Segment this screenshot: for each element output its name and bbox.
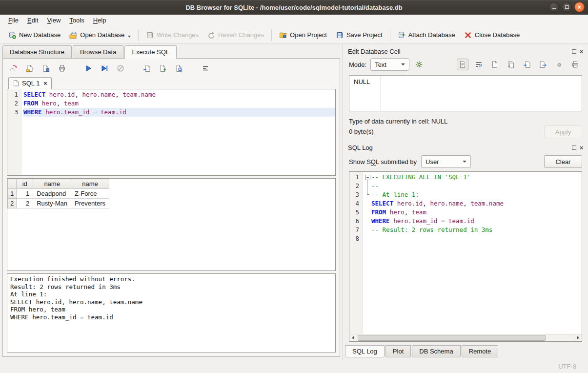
menu-tools[interactable]: Tools xyxy=(65,15,88,26)
text-mode-button[interactable] xyxy=(457,59,468,70)
column-header[interactable]: name xyxy=(71,179,109,189)
export-sql-icon xyxy=(143,64,151,72)
dock-tab-sql-log[interactable]: SQL Log xyxy=(345,345,385,357)
open-tab-button[interactable] xyxy=(9,63,19,73)
print-cell-button[interactable] xyxy=(569,59,581,70)
open-database-label: Open Database xyxy=(80,31,124,39)
submitter-select[interactable]: User xyxy=(421,155,471,168)
fold-line xyxy=(365,234,371,243)
execute-line-button[interactable] xyxy=(100,63,109,73)
fold-collapse-icon[interactable] xyxy=(365,173,371,182)
result-cell[interactable]: 1 xyxy=(17,189,33,199)
maximize-button[interactable] xyxy=(562,2,572,12)
column-header[interactable]: id xyxy=(17,179,33,189)
close-tab-icon[interactable]: × xyxy=(43,80,47,87)
sql-editor[interactable]: 123 SELECT hero.id, hero.name, team.name… xyxy=(7,89,336,176)
attach-database-label: Attach Database xyxy=(408,31,455,39)
open-database-button[interactable]: Open Database xyxy=(65,29,135,41)
open-database-dropdown-icon[interactable] xyxy=(128,36,131,38)
copy-icon xyxy=(507,61,515,68)
write-changes-icon xyxy=(146,31,154,39)
cell-editor-area[interactable] xyxy=(381,76,582,111)
mode-select[interactable]: Text xyxy=(370,58,409,71)
result-cell[interactable]: Deadpond xyxy=(33,189,71,199)
dock-tab-bar: SQL Log Plot DB Schema Remote xyxy=(343,342,588,357)
toolbar-separator xyxy=(271,29,272,41)
open-sql-file-button[interactable] xyxy=(25,63,35,73)
attach-database-button[interactable]: Attach Database xyxy=(393,29,460,41)
auto-switch-mode-button[interactable] xyxy=(413,59,425,70)
import-cell-button[interactable] xyxy=(521,59,533,70)
export-cell-button[interactable] xyxy=(537,59,549,70)
menu-view[interactable]: View xyxy=(42,15,65,26)
submitter-select-value: User xyxy=(426,158,439,166)
row-header[interactable]: 1 xyxy=(8,189,17,199)
find-replace-button[interactable] xyxy=(174,63,184,73)
close-window-button[interactable]: × xyxy=(574,2,585,12)
word-wrap-button[interactable] xyxy=(473,59,485,70)
sql-log-view[interactable]: 12345678 -- EXECUTING ALL IN 'SQL 1'----… xyxy=(349,171,582,342)
save-project-button[interactable]: Save Project xyxy=(331,29,387,41)
sql-editor-line[interactable]: FROM hero, team xyxy=(23,99,335,108)
scrollbar-thumb[interactable] xyxy=(358,335,546,341)
menu-file[interactable]: File xyxy=(4,15,23,26)
tab-browse-data[interactable]: Browse Data xyxy=(73,45,123,58)
execute-all-button[interactable] xyxy=(83,63,93,73)
tab-execute-sql[interactable]: Execute SQL xyxy=(124,45,177,59)
print-sql-button[interactable] xyxy=(57,63,67,73)
sql-editor-line[interactable]: WHERE hero.team_id = team.id xyxy=(23,108,335,117)
tab-database-structure[interactable]: Database Structure xyxy=(2,45,72,58)
dock-tab-plot[interactable]: Plot xyxy=(385,345,411,357)
scroll-right-button[interactable] xyxy=(574,334,582,341)
close-panel-icon[interactable]: × xyxy=(580,49,583,55)
minimize-button[interactable] xyxy=(549,2,559,12)
result-cell[interactable]: Preventers xyxy=(71,199,109,208)
line-number: 7 xyxy=(355,226,359,234)
write-changes-label: Write Changes xyxy=(157,31,199,39)
horizontal-scrollbar[interactable] xyxy=(349,334,582,341)
fold-line xyxy=(365,217,371,226)
copy-cell-button[interactable] xyxy=(505,59,517,70)
row-header[interactable]: 2 xyxy=(8,199,17,208)
new-database-button[interactable]: New Database xyxy=(4,29,65,41)
execute-line-icon xyxy=(101,64,108,72)
dock-tab-db-schema[interactable]: DB Schema xyxy=(412,345,460,357)
format-sql-icon xyxy=(202,64,209,72)
result-cell[interactable]: Z-Force xyxy=(71,189,109,199)
cell-editor[interactable]: NULL xyxy=(349,75,582,111)
sql-log-line: -- At line 1: xyxy=(365,190,582,199)
format-sql-button[interactable] xyxy=(201,63,210,73)
chevron-down-icon xyxy=(463,161,466,163)
cell-value: NULL xyxy=(354,78,370,85)
close-panel-icon[interactable]: × xyxy=(580,145,583,151)
editor-code[interactable]: SELECT hero.id, hero.name, team.nameFROM… xyxy=(21,89,335,175)
open-cell-file-button[interactable] xyxy=(489,59,501,70)
dock-tab-remote[interactable]: Remote xyxy=(462,345,499,357)
result-cell[interactable]: Rusty-Man xyxy=(33,199,71,208)
open-project-button[interactable]: Open Project xyxy=(275,29,331,41)
column-header[interactable]: name xyxy=(33,179,71,189)
menu-help[interactable]: Help xyxy=(89,15,111,26)
clear-button[interactable]: Clear xyxy=(544,155,582,168)
result-cell[interactable]: 2 xyxy=(17,199,33,208)
sql-toolbar xyxy=(7,61,336,77)
line-number: 1 xyxy=(14,90,18,99)
float-panel-icon[interactable] xyxy=(572,145,576,150)
scroll-left-button[interactable] xyxy=(349,334,357,341)
main-toolbar: New Database Open Database Write Changes… xyxy=(0,26,588,44)
log-line-numbers: 12345678 xyxy=(349,172,363,341)
float-panel-icon[interactable] xyxy=(572,49,576,54)
window-controls: × xyxy=(549,2,585,12)
save-results-button[interactable] xyxy=(158,63,168,73)
sql-editor-tab[interactable]: SQL 1 × xyxy=(8,77,52,89)
sql-editor-line[interactable]: SELECT hero.id, hero.name, team.name xyxy=(23,90,335,99)
export-sql-button[interactable] xyxy=(142,63,152,73)
save-sql-file-button[interactable] xyxy=(41,63,51,73)
stop-icon xyxy=(117,64,124,72)
close-database-button[interactable]: Close Database xyxy=(460,29,525,41)
edit-cell-title: Edit Database Cell xyxy=(348,48,401,55)
menu-edit[interactable]: Edit xyxy=(23,15,42,26)
set-null-button[interactable] xyxy=(553,59,565,70)
scrollbar-track[interactable] xyxy=(357,334,574,341)
revert-changes-icon xyxy=(207,31,215,39)
